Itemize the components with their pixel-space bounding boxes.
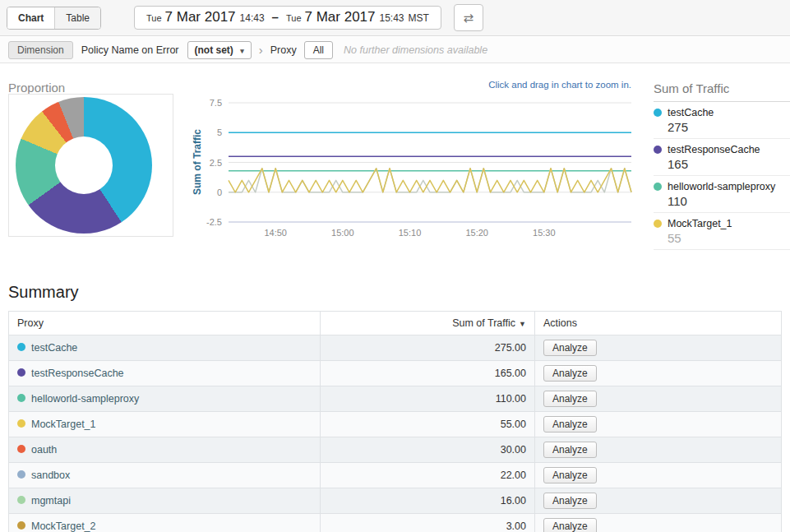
analyze-button[interactable]: Analyze	[543, 493, 597, 509]
series-color-dot	[654, 109, 662, 117]
svg-text:14:50: 14:50	[264, 228, 287, 238]
traffic-value-cell: 55.00	[321, 412, 535, 437]
caret-down-icon: ▾	[240, 47, 244, 55]
svg-text:-2.5: -2.5	[206, 217, 222, 227]
proxy-name: oauth	[31, 444, 57, 456]
summary-table: Proxy Sum of Traffic▼ Actions testCache2…	[8, 311, 782, 532]
dimension-button[interactable]: Dimension	[8, 41, 73, 59]
table-tab-button[interactable]: Table	[54, 7, 100, 29]
actions-column-header: Actions	[535, 312, 782, 335]
series-color-dot	[17, 343, 25, 351]
table-row: testResponseCache165.00Analyze	[9, 361, 782, 386]
end-day: Tue	[286, 13, 302, 23]
start-time: 14:43	[240, 12, 265, 24]
analyze-button[interactable]: Analyze	[543, 365, 597, 382]
legend-item[interactable]: testResponseCache165	[654, 139, 790, 176]
timezone-label: MST	[409, 12, 429, 24]
proxy-name: sandbox	[31, 470, 70, 481]
legend-series-value: 275	[668, 120, 790, 134]
actions-cell: Analyze	[535, 514, 782, 532]
svg-text:15:30: 15:30	[533, 228, 556, 238]
proportion-chart-panel	[8, 94, 173, 237]
table-row: sandbox22.00Analyze	[9, 463, 782, 488]
proxy-cell: MockTarget_1	[9, 412, 321, 437]
proxy-name: helloworld-sampleproxy	[31, 393, 139, 405]
legend-series-value: 165	[668, 157, 790, 171]
table-row: mgmtapi16.00Analyze	[9, 488, 782, 514]
actions-cell: Analyze	[535, 412, 782, 437]
proxy-cell: mgmtapi	[9, 488, 321, 514]
series-color-dot	[17, 368, 25, 377]
legend-item[interactable]: helloworld-sampleproxy110	[654, 176, 790, 213]
dimension-bar: Dimension Policy Name on Error (not set)…	[0, 37, 790, 63]
traffic-column-label: Sum of Traffic	[452, 317, 515, 329]
series-color-dot	[17, 470, 25, 479]
proportion-title: Proportion	[8, 81, 65, 95]
actions-cell: Analyze	[535, 488, 782, 514]
line-chart-svg[interactable]: -2.502.557.514:5015:0015:1015:2015:30	[187, 95, 638, 243]
analyze-button[interactable]: Analyze	[543, 442, 597, 458]
table-row: MockTarget_155.00Analyze	[9, 412, 782, 437]
table-row: MockTarget_23.00Analyze	[9, 514, 782, 532]
proxy-dimension-label: Proxy	[270, 44, 297, 56]
chart-table-toggle: Chart Table	[7, 7, 101, 30]
legend-series-name: MockTarget_1	[668, 218, 732, 229]
legend-series-value: 110	[668, 194, 790, 208]
analyze-button[interactable]: Analyze	[543, 467, 597, 483]
traffic-column-header[interactable]: Sum of Traffic▼	[321, 312, 535, 335]
series-color-dot	[654, 183, 662, 191]
traffic-value-cell: 110.00	[321, 386, 535, 412]
svg-text:15:00: 15:00	[331, 228, 354, 238]
donut-chart	[16, 97, 152, 234]
svg-text:5: 5	[217, 127, 222, 137]
traffic-value-cell: 275.00	[321, 335, 535, 361]
series-color-dot	[654, 220, 662, 228]
legend-item[interactable]: testCache275	[654, 102, 790, 139]
analyze-button[interactable]: Analyze	[543, 518, 597, 532]
date-range-separator: –	[272, 10, 279, 24]
traffic-value-cell: 22.00	[321, 463, 535, 488]
series-color-dot	[17, 496, 25, 504]
proxy-cell: sandbox	[9, 463, 321, 488]
traffic-value-cell: 165.00	[321, 361, 535, 386]
proxy-name: testCache	[31, 342, 77, 354]
start-day: Tue	[146, 13, 162, 23]
proxy-all-button[interactable]: All	[304, 41, 333, 59]
legend-series-name: testResponseCache	[668, 144, 760, 155]
actions-cell: Analyze	[535, 463, 782, 488]
chart-legend: Sum of Traffic testCache275testResponseC…	[654, 81, 790, 250]
refresh-button[interactable]: ⇄	[454, 4, 483, 31]
legend-series-name: helloworld-sampleproxy	[668, 181, 775, 192]
end-date: 7 Mar 2017	[305, 9, 376, 25]
proxy-cell: testCache	[9, 335, 321, 361]
end-time: 15:43	[380, 12, 404, 24]
dimension-value-dropdown[interactable]: (not set) ▾	[187, 41, 252, 59]
traffic-value-cell: 16.00	[321, 488, 535, 514]
proxy-cell: helloworld-sampleproxy	[9, 386, 321, 412]
chevron-right-icon: ›	[259, 43, 263, 57]
analyze-button[interactable]: Analyze	[543, 391, 597, 407]
series-color-dot	[17, 521, 25, 530]
proxy-name: MockTarget_1	[31, 419, 96, 430]
date-range-picker[interactable]: Tue 7 Mar 2017 14:43 – Tue 7 Mar 2017 15…	[134, 6, 441, 30]
table-row: oauth30.00Analyze	[9, 437, 782, 463]
traffic-value-cell: 3.00	[321, 514, 535, 532]
series-color-dot	[17, 445, 25, 453]
analyze-button[interactable]: Analyze	[543, 416, 597, 433]
table-row: helloworld-sampleproxy110.00Analyze	[9, 386, 782, 412]
actions-cell: Analyze	[535, 437, 782, 463]
analyze-button[interactable]: Analyze	[543, 340, 597, 356]
series-color-dot	[654, 146, 662, 154]
legend-item[interactable]: MockTarget_155	[654, 213, 790, 250]
actions-cell: Analyze	[535, 361, 782, 386]
zoom-hint-text: Click and drag in chart to zoom in.	[488, 80, 631, 90]
table-row: testCache275.00Analyze	[9, 335, 782, 361]
actions-cell: Analyze	[535, 386, 782, 412]
legend-series-name: testCache	[668, 107, 714, 118]
proxy-column-header: Proxy	[9, 312, 321, 335]
svg-text:2.5: 2.5	[210, 158, 222, 168]
proxy-name: testResponseCache	[31, 368, 124, 379]
sort-desc-icon: ▼	[519, 320, 526, 328]
chart-tab-button[interactable]: Chart	[7, 7, 54, 29]
top-toolbar: Chart Table Tue 7 Mar 2017 14:43 – Tue 7…	[0, 0, 790, 36]
